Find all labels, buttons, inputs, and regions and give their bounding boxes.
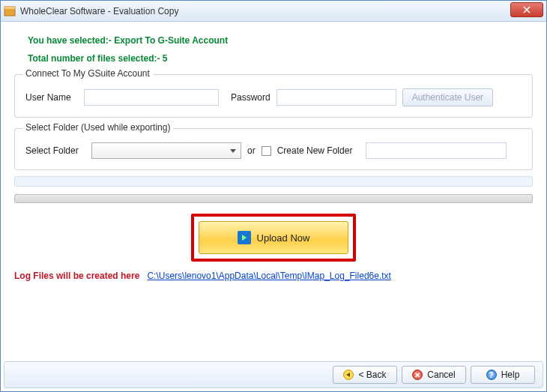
cancel-icon: ✕: [412, 370, 423, 380]
svg-rect-1: [4, 7, 15, 9]
progress-bar-top: [14, 176, 533, 187]
username-input[interactable]: [84, 89, 219, 106]
help-icon: ?: [486, 370, 497, 380]
folder-fieldset: Select Folder (Used while exporting) Sel…: [14, 128, 533, 170]
close-button[interactable]: [510, 2, 543, 17]
footer-bar: < Back ✕ Cancel ? Help: [4, 361, 543, 388]
back-label: < Back: [358, 370, 386, 380]
or-label: or: [247, 145, 256, 156]
window-title: WholeClear Software - Evaluation Copy: [20, 6, 510, 16]
password-label: Password: [231, 92, 271, 103]
log-label: Log Files will be created here: [14, 271, 139, 281]
upload-label: Upload Now: [257, 232, 310, 244]
upload-highlight-frame: Upload Now: [191, 214, 356, 262]
close-icon: [523, 6, 531, 13]
new-folder-input[interactable]: [366, 142, 507, 159]
select-folder-label: Select Folder: [25, 145, 85, 156]
app-icon: [4, 5, 16, 17]
upload-area: Upload Now: [14, 214, 533, 262]
app-window: WholeClear Software - Evaluation Copy Yo…: [0, 0, 547, 392]
create-folder-label: Create New Folder: [277, 145, 353, 156]
help-button[interactable]: ? Help: [471, 366, 535, 384]
back-button[interactable]: < Back: [333, 366, 397, 384]
cancel-button[interactable]: ✕ Cancel: [402, 366, 466, 384]
gsuite-fieldset: Connect To My GSuite Account User Name P…: [14, 74, 533, 118]
file-count-text: Total number of files selected:- 5: [28, 53, 533, 64]
folder-select[interactable]: [91, 142, 241, 159]
password-input[interactable]: [276, 89, 396, 106]
back-arrow-icon: [343, 370, 354, 380]
titlebar: WholeClear Software - Evaluation Copy: [1, 1, 546, 22]
help-label: Help: [501, 370, 520, 380]
create-folder-checkbox[interactable]: [262, 146, 271, 156]
cancel-label: Cancel: [427, 370, 455, 380]
folder-legend: Select Folder (Used while exporting): [22, 122, 173, 133]
log-path-link[interactable]: C:\Users\lenovo1\AppData\Local\Temp\IMap…: [147, 271, 391, 281]
authenticate-button[interactable]: Authenticate User: [402, 88, 493, 106]
selected-export-text: You have selected:- Export To G-Suite Ac…: [28, 35, 533, 46]
progress-bar-bottom: [14, 194, 533, 203]
log-row: Log Files will be created here C:\Users\…: [14, 271, 533, 281]
content-area: You have selected:- Export To G-Suite Ac…: [1, 22, 546, 281]
upload-now-button[interactable]: Upload Now: [199, 221, 348, 254]
upload-icon: [238, 231, 251, 244]
username-label: User Name: [25, 92, 78, 103]
gsuite-legend: Connect To My GSuite Account: [22, 68, 153, 79]
